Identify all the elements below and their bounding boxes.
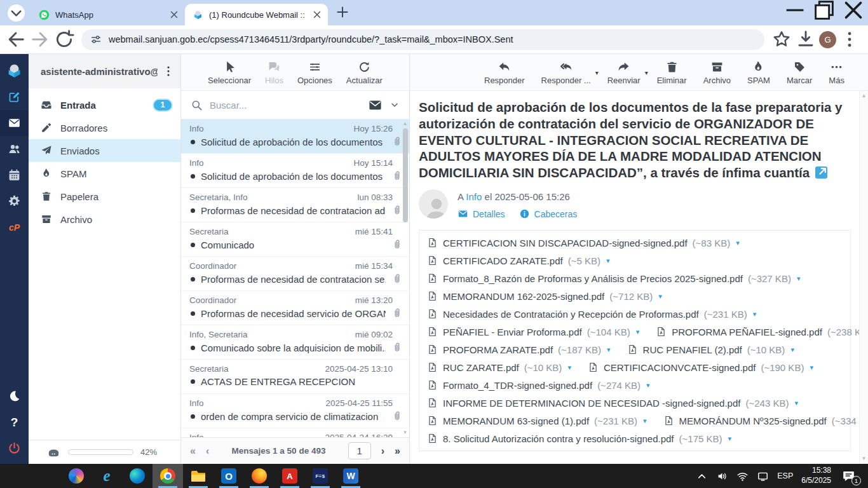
toolbar-spam-button[interactable]: SPAM xyxy=(742,58,776,86)
last-page-button[interactable]: » xyxy=(395,445,400,457)
attachment-name[interactable]: Necesidades de Contratación y Recepción … xyxy=(443,309,699,320)
folder-item-enviados[interactable]: Enviados xyxy=(29,139,180,162)
rail-roundcube-logo-button[interactable] xyxy=(0,58,29,84)
attachment-name[interactable]: CERTIFICACIONVCATE-signed.pdf xyxy=(604,362,756,373)
attachment-name[interactable]: MEMORANDUM 162-2025-signed.pdf xyxy=(443,291,604,302)
toolbar-m-s-button[interactable]: Más xyxy=(823,58,850,86)
attachment-name[interactable]: INFORME DE DETERMINACION DE NECESIDAD -s… xyxy=(443,398,740,409)
rail-settings-gear-button[interactable] xyxy=(0,188,29,214)
attachment-item[interactable]: RUC ZARATE.pdf (~10 KB) ▾ xyxy=(427,361,571,374)
attachment-name[interactable]: RUC ZARATE.pdf xyxy=(443,362,519,373)
page-number-input[interactable]: 1 xyxy=(348,442,371,459)
message-row[interactable]: Secretariamié 15:41 Comunicado xyxy=(181,222,409,257)
back-button[interactable] xyxy=(5,29,27,50)
attachment-item[interactable]: MEMORANDUM 162-2025-signed.pdf (~712 KB)… xyxy=(427,290,662,302)
taskbar-copilot-button[interactable] xyxy=(61,464,92,488)
attachment-item[interactable]: 8. Solicitud Autorización contra y resol… xyxy=(427,432,731,445)
search-options-chevron-icon[interactable] xyxy=(390,100,400,110)
attachment-name[interactable]: PROFORMA ZARATE.pdf xyxy=(443,344,553,355)
next-page-button[interactable]: › xyxy=(381,445,384,457)
details-button[interactable]: Detalles xyxy=(458,208,505,219)
folder-item-spam[interactable]: SPAM xyxy=(29,162,180,185)
message-row[interactable]: Coordinadormié 13:20 Proformas de necesi… xyxy=(181,291,409,325)
reload-button[interactable] xyxy=(53,29,75,50)
restore-button[interactable] xyxy=(810,0,839,20)
scroll-thumb[interactable] xyxy=(403,128,408,222)
taskbar-firefox-button[interactable] xyxy=(244,464,275,488)
attachment-menu-caret-icon[interactable]: ▾ xyxy=(636,328,640,336)
attachment-menu-caret-icon[interactable]: ▾ xyxy=(643,417,647,425)
attachment-item[interactable]: Necesidades de Contratación y Recepción … xyxy=(427,308,756,320)
dropdown-caret-icon[interactable]: ▾ xyxy=(645,69,648,76)
taskbar-chrome-button[interactable] xyxy=(153,464,183,488)
toolbar-archivo-button[interactable]: Archivo xyxy=(698,58,736,86)
scroll-up-icon[interactable]: ▲ xyxy=(862,93,867,98)
attachment-name[interactable]: Formato_8_Razón de Proformas y Análisis … xyxy=(443,273,743,284)
folder-item-borradores[interactable]: Borradores xyxy=(29,116,180,139)
attachment-item[interactable]: CERTIFICACIONVCATE-signed.pdf (~190 KB) … xyxy=(588,361,813,374)
minimize-button[interactable] xyxy=(780,0,810,20)
tray-chevron-up-button[interactable] xyxy=(696,470,708,482)
toolbar-reenviar-button[interactable]: Reenviar ▾ xyxy=(602,58,646,86)
keyboard-language[interactable]: ESP xyxy=(777,471,793,480)
tray-cast-button[interactable] xyxy=(757,470,769,482)
folder-menu-button[interactable] xyxy=(161,64,175,78)
downloads-button[interactable] xyxy=(795,29,817,50)
attachment-item[interactable]: Formato_4_TDR-signed-signed.pdf (~274 KB… xyxy=(427,379,650,391)
message-row[interactable]: Coordinadormié 15:34 Proformas de necesi… xyxy=(181,257,409,291)
attachment-item[interactable]: MEMORÁNDUM Nº325-signed.pdf (~334 KB) ▾ xyxy=(663,414,868,427)
attachment-menu-caret-icon[interactable]: ▾ xyxy=(567,363,571,372)
clock[interactable]: 15:38 6/5/2025 xyxy=(801,466,831,485)
dropdown-caret-icon[interactable]: ▾ xyxy=(595,69,599,76)
notification-center-button[interactable]: 1 xyxy=(842,470,857,483)
attachment-menu-caret-icon[interactable]: ▾ xyxy=(797,274,801,283)
attachment-name[interactable]: MEMORANDUM 63-signed (1).pdf xyxy=(443,416,589,426)
rail-contacts-button[interactable] xyxy=(0,136,29,162)
attachment-name[interactable]: Formato_4_TDR-signed-signed.pdf xyxy=(443,380,592,391)
message-row[interactable]: Info, Secretariamié 09:02 Comunicado sob… xyxy=(181,325,409,360)
attachment-menu-caret-icon[interactable]: ▾ xyxy=(753,310,757,318)
taskbar-search-button[interactable] xyxy=(31,464,61,488)
message-row[interactable]: Info2025-04-24 16:29 xyxy=(181,428,409,437)
toolbar-opciones-button[interactable]: Opciones xyxy=(292,58,338,86)
attachment-name[interactable]: PEÑAFIEL - Enviar Proforma.pdf xyxy=(443,327,582,337)
attachment-item[interactable]: Formato_8_Razón de Proformas y Análisis … xyxy=(427,272,800,285)
prev-page-button[interactable]: ‹ xyxy=(206,445,209,457)
rail-logout-power-button[interactable] xyxy=(0,435,29,461)
scroll-down-icon[interactable]: ▼ xyxy=(403,430,408,435)
taskbar-acrobat-button[interactable]: A xyxy=(275,464,305,488)
address-bar[interactable]: webmail.sanjuan.gob.ec/cpsess4713464511/… xyxy=(81,29,764,50)
attachment-menu-caret-icon[interactable]: ▾ xyxy=(607,346,611,354)
browser-menu-button[interactable] xyxy=(839,29,860,50)
message-row[interactable]: Info2025-04-25 11:55 orden de compra ser… xyxy=(181,394,409,428)
tray-wifi-button[interactable] xyxy=(736,470,749,482)
search-input[interactable] xyxy=(210,100,361,111)
toolbar-actualizar-button[interactable]: Actualizar xyxy=(341,58,388,86)
attachment-menu-caret-icon[interactable]: ▾ xyxy=(794,399,798,407)
toolbar-responder-button[interactable]: Responder ... ▾ xyxy=(536,58,597,86)
tab-roundcube[interactable]: (1) Roundcube Webmail :: Envia xyxy=(185,4,328,25)
attachment-name[interactable]: 8. Solicitud Autorización contra y resol… xyxy=(443,433,674,444)
attachment-item[interactable]: PEÑAFIEL - Enviar Proforma.pdf (~104 KB)… xyxy=(427,325,639,338)
attachment-menu-caret-icon[interactable]: ▾ xyxy=(790,346,794,354)
close-button[interactable] xyxy=(839,0,868,20)
taskbar-word-button[interactable]: W xyxy=(336,464,366,488)
toolbar-hilos-button[interactable]: Hilos xyxy=(259,58,289,86)
rail-calendar-button[interactable] xyxy=(0,162,29,188)
search-scope-icon[interactable] xyxy=(368,98,383,112)
tab-close-icon[interactable] xyxy=(168,9,180,20)
taskbar-file-explorer-button[interactable] xyxy=(183,464,214,488)
recipient-link[interactable]: Info xyxy=(466,191,482,202)
attachment-item[interactable]: RUC PENAFIEL (2).pdf (~10 KB) ▾ xyxy=(627,343,794,356)
attachment-menu-caret-icon[interactable]: ▾ xyxy=(606,257,610,265)
attachment-item[interactable]: INFORME DE DETERMINACION DE NECESIDAD -s… xyxy=(427,396,798,409)
list-scrollbar[interactable]: ▲ ▼ xyxy=(401,119,409,437)
attachment-item[interactable]: PROFORMA ZARATE.pdf (~187 KB) ▾ xyxy=(427,343,611,356)
rail-cpanel-button[interactable]: cP xyxy=(0,214,29,240)
attachment-item[interactable]: CERTIFICADO ZARATE.pdf (~5 KB) ▾ xyxy=(427,254,609,267)
profile-avatar[interactable]: G xyxy=(819,31,836,48)
folder-item-entrada[interactable]: Entrada 1 xyxy=(29,93,180,116)
attachment-menu-caret-icon[interactable]: ▾ xyxy=(646,381,650,390)
scroll-up-icon[interactable]: ▲ xyxy=(403,121,408,126)
rail-help-button[interactable]: ? xyxy=(0,409,29,435)
